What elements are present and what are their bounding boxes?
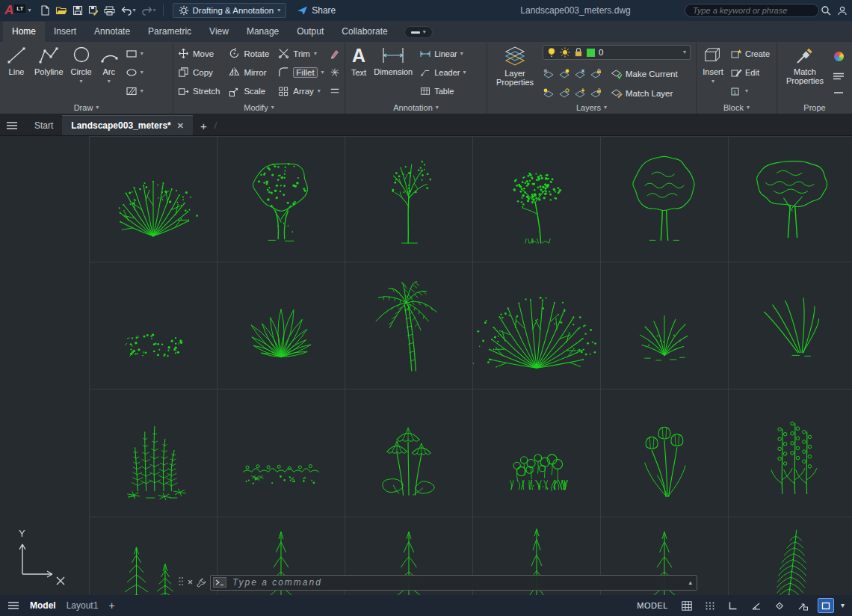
create-block-button[interactable]: Create [728, 48, 772, 60]
panel-label-modify[interactable]: Modify▾ [173, 101, 345, 114]
status-more-caret-icon[interactable]: ▾ [841, 602, 845, 609]
linear-dimension-button[interactable]: Linear▾ [417, 49, 468, 59]
undo-button[interactable]: ▾ [119, 3, 137, 18]
layer-off-icon[interactable] [543, 69, 555, 79]
drawing-canvas[interactable]: Y × Type a command ▴ [0, 136, 852, 595]
rotate-button[interactable]: Rotate [229, 48, 269, 59]
dynamic-input-icon[interactable] [794, 598, 811, 613]
plant-cell-fir-branch[interactable] [729, 517, 852, 595]
menu-tab-output[interactable]: Output [288, 22, 333, 42]
leader-button[interactable]: Leader▾ [417, 67, 468, 78]
ground-cover-row-drawing[interactable] [225, 397, 337, 509]
menu-tab-collaborate[interactable]: Collaborate [333, 22, 396, 42]
tall-sparse-tree-drawing[interactable] [353, 144, 465, 256]
plant-cell-dense-leaf-tree[interactable] [473, 137, 601, 262]
dimension-button[interactable]: Dimension [371, 44, 416, 101]
flower-mound-drawing[interactable] [481, 397, 593, 509]
offset-button[interactable] [327, 85, 342, 97]
plant-cell-grass-clump[interactable] [601, 262, 729, 389]
layer-lock-icon[interactable] [590, 69, 602, 79]
layer-unisolate-icon[interactable] [558, 88, 570, 99]
ribbon-options-button[interactable]: ▾ [404, 26, 433, 38]
layer-on-icon[interactable] [543, 88, 555, 99]
agave-drawing[interactable] [225, 270, 337, 382]
text-button[interactable]: A Text [348, 44, 369, 101]
large-fan-tree-drawing[interactable] [481, 270, 593, 382]
plant-cell-wide-crown-tree[interactable] [729, 137, 852, 262]
ortho-mode-icon[interactable] [725, 598, 741, 613]
plant-cell-tall-sparse-tree[interactable] [345, 137, 473, 262]
plant-cell-poppy-flowers[interactable] [601, 389, 729, 517]
command-bar-grip[interactable] [178, 576, 184, 588]
poppy-flowers-drawing[interactable] [608, 397, 720, 509]
statusbar-menu-icon[interactable] [7, 601, 19, 610]
plant-cell-palm-tree[interactable] [345, 262, 473, 389]
polyline-button[interactable]: Polyline [31, 44, 67, 101]
plant-cell-round-leaf-tree[interactable] [217, 137, 345, 262]
signin-icon[interactable] [837, 5, 848, 16]
circle-button[interactable]: Circle ▾ [68, 44, 95, 101]
plant-cell-fan-tree[interactable] [90, 137, 217, 262]
plant-cell-dot-shrub[interactable] [90, 262, 217, 389]
explode-button[interactable] [327, 67, 342, 78]
plot-button[interactable] [102, 3, 117, 18]
match-properties-button[interactable]: Match Properties [780, 44, 830, 101]
tab-start[interactable]: Start [25, 115, 62, 135]
round-leaf-tree-drawing[interactable] [225, 144, 337, 256]
hatch-tool-button[interactable]: ▾ [123, 86, 146, 96]
flower-spikes-drawing[interactable] [736, 397, 848, 509]
grass-clump-drawing[interactable] [608, 270, 720, 382]
palm-tree-drawing[interactable] [353, 270, 465, 382]
plant-cell-umbrella-flowers[interactable] [345, 389, 473, 517]
move-button[interactable]: Move [178, 48, 220, 59]
cloud-crown-tree-drawing[interactable] [608, 144, 720, 256]
new-drawing-tab-button[interactable]: + [193, 120, 214, 135]
plant-cell-grass-tuft[interactable] [729, 262, 852, 389]
osnap-icon[interactable] [771, 598, 788, 613]
graphics-performance-icon[interactable] [818, 598, 834, 613]
ellipse-tool-button[interactable]: ▾ [123, 67, 146, 78]
plant-cell-agave[interactable] [217, 262, 345, 389]
file-tabs-menu-button[interactable] [6, 121, 18, 130]
erase-button[interactable] [327, 48, 342, 60]
plant-cell-flower-spikes[interactable] [729, 389, 852, 517]
open-file-button[interactable] [54, 3, 69, 18]
trim-button[interactable]: Trim▾ [278, 48, 324, 59]
save-as-button[interactable] [87, 3, 100, 18]
close-tab-icon[interactable]: ✕ [177, 121, 184, 131]
save-button[interactable] [71, 3, 84, 18]
table-button[interactable]: Table [417, 86, 468, 96]
new-layout-button[interactable]: + [108, 600, 114, 612]
panel-label-annotation[interactable]: Annotation▾ [345, 101, 487, 114]
new-file-button[interactable] [38, 3, 52, 18]
dense-leaf-tree-drawing[interactable] [481, 144, 593, 256]
plant-cell-ground-cover-row[interactable] [217, 389, 345, 517]
fan-tree-drawing[interactable] [97, 144, 209, 256]
insert-block-button[interactable]: Insert ▾ [700, 44, 726, 101]
model-tab[interactable]: Model [30, 600, 56, 611]
share-button[interactable]: Share [297, 5, 336, 16]
properties-ball-icon[interactable] [834, 52, 844, 61]
mirror-button[interactable]: Mirror [229, 67, 269, 78]
plant-cell-fern-cluster[interactable] [90, 389, 217, 517]
fern-cluster-drawing[interactable] [97, 397, 209, 509]
search-input[interactable] [685, 4, 819, 17]
panel-label-block[interactable]: Block▾ [697, 101, 777, 114]
close-command-bar-icon[interactable]: × [188, 577, 193, 588]
app-menu-button[interactable]: A LT ▾ [4, 3, 31, 18]
arc-button[interactable]: Arc ▾ [96, 44, 122, 101]
list-icon[interactable] [833, 73, 845, 80]
command-history-up-icon[interactable]: ▴ [686, 579, 694, 586]
plant-cell-cloud-crown-tree[interactable] [601, 137, 729, 262]
fillet-button[interactable]: Fillet▾ [278, 67, 324, 78]
wide-crown-tree-drawing[interactable] [736, 144, 848, 256]
rectangle-tool-button[interactable]: ▾ [123, 49, 146, 59]
dot-shrub-drawing[interactable] [97, 270, 209, 382]
redo-button[interactable]: ▾ [140, 3, 158, 18]
menu-tab-insert[interactable]: Insert [45, 22, 85, 42]
grass-tuft-drawing[interactable] [736, 270, 848, 382]
customize-wrench-icon[interactable] [197, 578, 206, 588]
layer-unlock-icon[interactable] [590, 88, 602, 99]
panel-label-draw[interactable]: Draw▾ [0, 101, 173, 114]
edit-block-button[interactable]: Edit [728, 67, 772, 78]
